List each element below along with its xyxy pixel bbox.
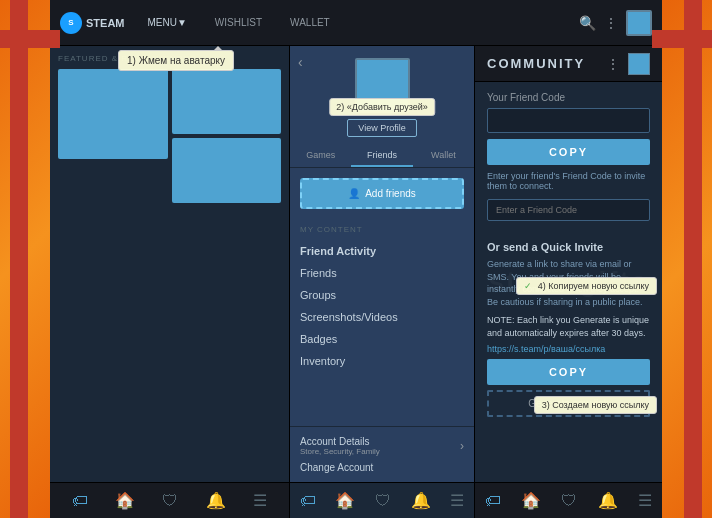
account-details-info: Account Details Store, Security, Family	[300, 436, 380, 456]
account-details-label: Account Details	[300, 436, 380, 447]
featured-item-3[interactable]	[172, 138, 282, 203]
search-icon[interactable]: 🔍	[579, 15, 596, 31]
left-bottom-bar: 🏷 🏠 🛡 🔔 ☰	[50, 482, 289, 518]
account-details-sub: Store, Security, Family	[300, 447, 380, 456]
inventory-item[interactable]: Inventory	[300, 350, 464, 372]
right-bottom-bar: 🏷 🏠 🛡 🔔 ☰	[475, 482, 662, 518]
right-shield-icon[interactable]: 🛡	[561, 492, 577, 510]
right-store-icon[interactable]: 🏠	[521, 491, 541, 510]
store-icon[interactable]: 🏠	[115, 491, 135, 510]
hamburger-icon[interactable]: ☰	[253, 491, 267, 510]
right-panel: COMMUNITY ⋮ steamgifts Your Friend Code …	[475, 46, 662, 518]
quick-invite-section: Or send a Quick Invite Generate a link t…	[487, 241, 650, 417]
tab-friends[interactable]: Friends	[351, 145, 412, 167]
account-section: Account Details Store, Security, Family …	[290, 426, 474, 482]
nav-wallet[interactable]: WALLET	[282, 17, 338, 28]
profile-top: View Profile	[290, 46, 474, 145]
invite-info-text: Enter your friend's Friend Code to invit…	[487, 171, 650, 191]
ribbon-vertical-right	[684, 0, 702, 518]
right-tag-icon[interactable]: 🏷	[485, 492, 501, 510]
steam-logo: S STEAM	[60, 12, 125, 34]
header-nav: MENU▼ WISHLIST WALLET	[140, 17, 338, 28]
my-content-label: MY CONTENT	[300, 225, 464, 234]
view-profile-button[interactable]: View Profile	[347, 119, 416, 137]
friends-item[interactable]: Friends	[300, 262, 464, 284]
screenshots-item[interactable]: Screenshots/Videos	[300, 306, 464, 328]
ribbon-horizontal-right	[652, 30, 712, 48]
step3-text: 3) Создаем новую ссылку	[542, 400, 649, 410]
steam-header: S STEAM MENU▼ WISHLIST WALLET 🔍 ⋮	[50, 0, 662, 46]
step4-tooltip: ✓ 4) Копируем новую ссылку	[516, 277, 657, 295]
friend-activity-item[interactable]: Friend Activity	[300, 240, 464, 262]
featured-grid	[58, 69, 281, 203]
mid-bell-icon[interactable]: 🔔	[411, 491, 431, 510]
add-friends-label: Add friends	[365, 188, 416, 199]
profile-tabs: Games Friends Wallet	[290, 145, 474, 168]
main-container: S STEAM MENU▼ WISHLIST WALLET 🔍 ⋮ 1) Жме…	[50, 0, 662, 518]
change-account-item[interactable]: Change Account	[300, 459, 464, 476]
content-section: MY CONTENT Friend Activity Friends Group…	[290, 219, 474, 426]
step3-tooltip: 3) Создаем новую ссылку	[534, 396, 657, 414]
add-person-icon: 👤	[348, 188, 360, 199]
copy-friend-code-button[interactable]: COPY	[487, 139, 650, 165]
caution-note: NOTE: Each link you Generate is unique a…	[487, 314, 650, 339]
left-panel: FEATURED & RECOMMENDED 🏷 🏠 🛡 🔔 ☰	[50, 46, 290, 518]
step4-text: 4) Копируем новую ссылку	[538, 281, 649, 291]
dots-menu-icon[interactable]: ⋮	[604, 15, 618, 31]
mid-menu-icon[interactable]: ☰	[450, 491, 464, 510]
tag-icon[interactable]: 🏷	[72, 492, 88, 510]
header-icons: 🔍 ⋮	[579, 10, 652, 36]
friend-code-input[interactable]	[487, 108, 650, 133]
nav-wishlist[interactable]: WISHLIST	[207, 17, 270, 28]
mid-store-icon[interactable]: 🏠	[335, 491, 355, 510]
groups-item[interactable]: Groups	[300, 284, 464, 306]
ribbon-horizontal-left	[0, 30, 60, 48]
step1-tooltip: 1) Жмем на аватарку	[118, 50, 234, 71]
nav-menu[interactable]: MENU▼	[140, 17, 195, 28]
arrow-right-icon: ›	[460, 439, 464, 453]
steam-logo-icon: S	[60, 12, 82, 34]
community-title: COMMUNITY	[487, 56, 606, 71]
mid-tag-icon[interactable]: 🏷	[300, 492, 316, 510]
gift-left-decoration	[0, 0, 50, 518]
enter-friend-code-input[interactable]	[487, 199, 650, 221]
add-friends-button[interactable]: 👤 Add friends	[300, 178, 464, 209]
community-header: COMMUNITY ⋮	[475, 46, 662, 82]
copy-link-button[interactable]: COPY	[487, 359, 650, 385]
friend-code-label: Your Friend Code	[487, 92, 650, 103]
ribbon-vertical-left	[10, 0, 28, 518]
featured-item-2[interactable]	[172, 69, 282, 134]
panels-container: FEATURED & RECOMMENDED 🏷 🏠 🛡 🔔 ☰ ‹	[50, 46, 662, 518]
link-url: https://s.team/p/ваша/ссылка	[487, 344, 650, 354]
featured-item-1[interactable]	[58, 69, 168, 159]
quick-invite-label: Or send a Quick Invite	[487, 241, 650, 253]
right-bell-icon[interactable]: 🔔	[598, 491, 618, 510]
step2-tooltip: 2) «Добавить друзей»	[329, 98, 435, 116]
user-avatar[interactable]	[626, 10, 652, 36]
gift-right-decoration	[662, 0, 712, 518]
middle-panel: ‹ View Profile 2) «Добавить друзей» Game…	[290, 46, 475, 518]
steam-logo-text: STEAM	[86, 17, 125, 29]
badges-item[interactable]: Badges	[300, 328, 464, 350]
account-details-row[interactable]: Account Details Store, Security, Family …	[300, 433, 464, 459]
community-content: steamgifts Your Friend Code COPY Enter y…	[475, 82, 662, 482]
bell-icon[interactable]: 🔔	[206, 491, 226, 510]
featured-section: FEATURED & RECOMMENDED	[50, 46, 289, 482]
mid-shield-icon[interactable]: 🛡	[375, 492, 391, 510]
tab-wallet[interactable]: Wallet	[413, 145, 474, 167]
community-menu-icon[interactable]: ⋮	[606, 56, 620, 72]
friend-code-section: Your Friend Code COPY Enter your friend'…	[487, 92, 650, 231]
right-menu-icon[interactable]: ☰	[638, 491, 652, 510]
tab-games[interactable]: Games	[290, 145, 351, 167]
checkmark-icon: ✓	[524, 281, 532, 291]
back-button[interactable]: ‹	[298, 54, 303, 70]
community-avatar[interactable]	[628, 53, 650, 75]
shield-icon[interactable]: 🛡	[162, 492, 178, 510]
middle-bottom-bar: 🏷 🏠 🛡 🔔 ☰	[290, 482, 474, 518]
